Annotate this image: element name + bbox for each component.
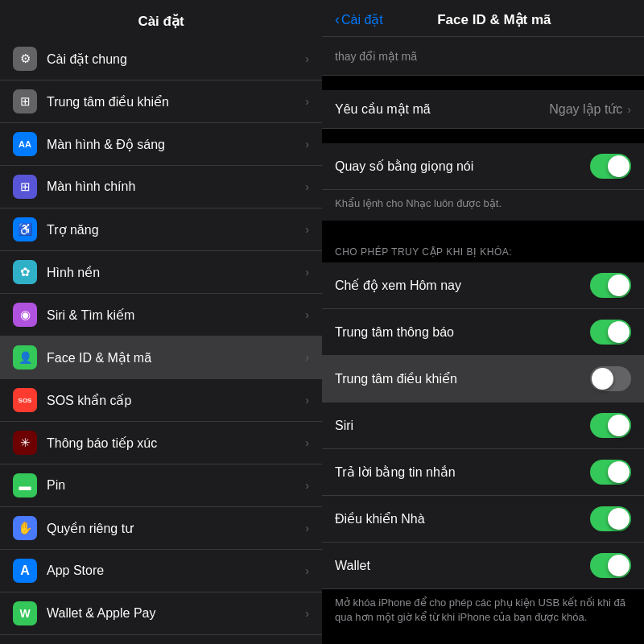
sidebar-item-siri-tim-kiem[interactable]: ◉ Siri & Tìm kiếm ›	[0, 294, 322, 336]
icon-siri-tim-kiem: ◉	[13, 303, 37, 327]
icon-app-store: A	[13, 559, 37, 583]
right-content: thay đổi mật mã Yêu cầu mật mã Ngay lập …	[322, 37, 644, 644]
chevron-icon: ›	[305, 52, 309, 65]
icon-tro-nang: ♿	[13, 217, 37, 242]
back-label: Cài đặt	[341, 12, 383, 27]
sidebar-item-trung-tam-dieu-khien[interactable]: ⊞ Trung tâm điều khiển ›	[0, 80, 322, 123]
quay-so-label: Quay số bằng giọng nói	[335, 159, 590, 174]
sidebar-item-thong-bao-tiep-xuc[interactable]: ✳ Thông báo tiếp xúc ›	[0, 422, 322, 464]
icon-man-hinh-chinh: ⊞	[13, 175, 37, 199]
sidebar-item-cai-dat-chung[interactable]: ⚙ Cài đặt chung ›	[0, 38, 322, 80]
sidebar-item-label: Face ID & Mật mã	[47, 350, 305, 365]
wallet-note: Mở khóa iPhone để cho phép các phụ kiện …	[322, 589, 644, 634]
row-trung-tam-dieu-khien[interactable]: Trung tâm điều khiển	[322, 356, 644, 402]
chevron-icon: ›	[305, 266, 309, 279]
toggle-thumb	[592, 368, 613, 390]
sidebar-item-label: Siri & Tìm kiếm	[47, 308, 305, 323]
sidebar-item-hinh-nen[interactable]: ✿ Hình nền ›	[0, 251, 322, 294]
truncated-label: thay đổi mật mã	[335, 50, 631, 63]
truncated-row[interactable]: thay đổi mật mã	[322, 37, 644, 76]
icon-face-id-mat-ma: 👤	[13, 345, 37, 369]
toggle-thumb	[608, 555, 630, 576]
row-che-do-xem-hom-nay[interactable]: Chế độ xem Hôm nay	[322, 262, 644, 309]
row-wallet[interactable]: Wallet	[322, 543, 644, 589]
row-label-trung-tam-thong-bao: Trung tâm thông báo	[335, 325, 590, 340]
row-dieu-khien-nha[interactable]: Điều khiển Nhà	[322, 496, 644, 543]
toggle-dieu-khien-nha[interactable]	[590, 506, 631, 531]
quay-so-note: Khẩu lệnh cho Nhạc luôn được bật.	[322, 190, 644, 221]
sidebar-item-label: App Store	[47, 564, 305, 578]
back-chevron-icon: ‹	[335, 11, 340, 28]
toggle-thumb	[608, 155, 630, 177]
sidebar-item-man-hinh-chinh[interactable]: ⊞ Màn hình chính ›	[0, 166, 322, 208]
row-label-tra-loi-bang-tin-nhan: Trả lời bằng tin nhắn	[335, 464, 590, 480]
chevron-icon: ›	[305, 180, 309, 193]
sidebar-item-label: SOS khẩn cấp	[47, 393, 305, 408]
icon-hinh-nen: ✿	[13, 260, 37, 284]
sidebar-item-man-hinh-do-sang[interactable]: AA Màn hình & Độ sáng ›	[0, 123, 322, 166]
chevron-icon: ›	[305, 308, 309, 321]
sidebar-item-label: Wallet & Apple Pay	[47, 606, 305, 621]
spacer-1	[322, 76, 644, 90]
section-label: CHO PHÉP TRUY CẬP KHI BỊ KHÓA:	[322, 235, 644, 262]
quay-so-row[interactable]: Quay số bằng giọng nói	[322, 143, 644, 190]
toggle-siri[interactable]	[590, 413, 631, 438]
chevron-icon: ›	[305, 564, 309, 577]
toggle-thumb	[608, 461, 630, 483]
sidebar-item-label: Quyền riêng tư	[47, 521, 305, 536]
icon-trung-tam-dieu-khien: ⊞	[13, 89, 37, 114]
sidebar-item-label: Màn hình & Độ sáng	[47, 137, 305, 152]
sidebar-item-pin[interactable]: ▬ Pin ›	[0, 464, 322, 507]
right-header: ‹ Cài đặt Face ID & Mật mã	[322, 0, 644, 37]
chevron-icon: ›	[305, 138, 309, 151]
chevron-icon: ›	[627, 103, 631, 116]
sidebar-item-label: Cài đặt chung	[47, 52, 305, 67]
sidebar-item-sos-khan-cap[interactable]: SOS SOS khẩn cấp ›	[0, 379, 322, 422]
back-button[interactable]: ‹ Cài đặt	[335, 11, 383, 28]
left-panel-title: Cài đặt	[0, 0, 322, 38]
settings-list: ⚙ Cài đặt chung › ⊞ Trung tâm điều khiển…	[0, 38, 322, 644]
icon-wallet-apple-pay: W	[13, 601, 37, 625]
row-label-dieu-khien-nha: Điều khiển Nhà	[335, 511, 590, 526]
row-label-wallet: Wallet	[335, 559, 590, 573]
toggle-thumb	[608, 415, 630, 436]
sidebar-item-label: Thông báo tiếp xúc	[47, 436, 305, 451]
chevron-icon: ›	[305, 436, 309, 449]
icon-sos-khan-cap: SOS	[13, 388, 37, 412]
chevron-icon: ›	[305, 351, 309, 364]
chevron-icon: ›	[305, 95, 309, 108]
sidebar-item-label: Hình nền	[47, 265, 305, 280]
quay-so-toggle[interactable]	[590, 154, 631, 179]
row-label-siri: Siri	[335, 419, 590, 433]
yeu-cau-mat-ma-value: Ngay lập tức	[549, 101, 622, 117]
sidebar-item-quyen-rieng-tu[interactable]: ✋ Quyền riêng tư ›	[0, 507, 322, 550]
row-trung-tam-thong-bao[interactable]: Trung tâm thông báo	[322, 309, 644, 356]
icon-cai-dat-chung: ⚙	[13, 47, 37, 71]
icon-pin: ▬	[13, 473, 37, 497]
toggle-thumb	[608, 508, 630, 530]
row-siri[interactable]: Siri	[322, 402, 644, 449]
sidebar-item-label: Màn hình chính	[47, 180, 305, 194]
toggle-rows: Chế độ xem Hôm nay Trung tâm thông báo T…	[322, 262, 644, 589]
toggle-tra-loi-bang-tin-nhan[interactable]	[590, 460, 631, 485]
sidebar-item-tro-nang[interactable]: ♿ Trợ năng ›	[0, 208, 322, 251]
toggle-trung-tam-thong-bao[interactable]	[590, 320, 631, 345]
chevron-icon: ›	[305, 223, 309, 236]
yeu-cau-mat-ma-row[interactable]: Yêu cầu mật mã Ngay lập tức ›	[322, 90, 644, 129]
toggle-wallet[interactable]	[590, 553, 631, 578]
spacer-2	[322, 129, 644, 143]
icon-thong-bao-tiep-xuc: ✳	[13, 431, 37, 455]
chevron-icon: ›	[305, 394, 309, 407]
sidebar-item-wallet-apple-pay[interactable]: W Wallet & Apple Pay ›	[0, 592, 322, 635]
row-label-che-do-xem-hom-nay: Chế độ xem Hôm nay	[335, 278, 590, 293]
sidebar-item-label: Trung tâm điều khiển	[47, 94, 305, 109]
sidebar-item-app-store[interactable]: A App Store ›	[0, 550, 322, 592]
toggle-trung-tam-dieu-khien[interactable]	[590, 366, 631, 391]
icon-quyen-rieng-tu: ✋	[13, 516, 37, 540]
chevron-icon: ›	[305, 479, 309, 492]
row-tra-loi-bang-tin-nhan[interactable]: Trả lời bằng tin nhắn	[322, 449, 644, 496]
toggle-che-do-xem-hom-nay[interactable]	[590, 273, 631, 298]
right-panel: ‹ Cài đặt Face ID & Mật mã thay đổi mật …	[322, 0, 644, 644]
yeu-cau-mat-ma-label: Yêu cầu mật mã	[335, 101, 549, 117]
sidebar-item-face-id-mat-ma[interactable]: 👤 Face ID & Mật mã ›	[0, 336, 322, 379]
